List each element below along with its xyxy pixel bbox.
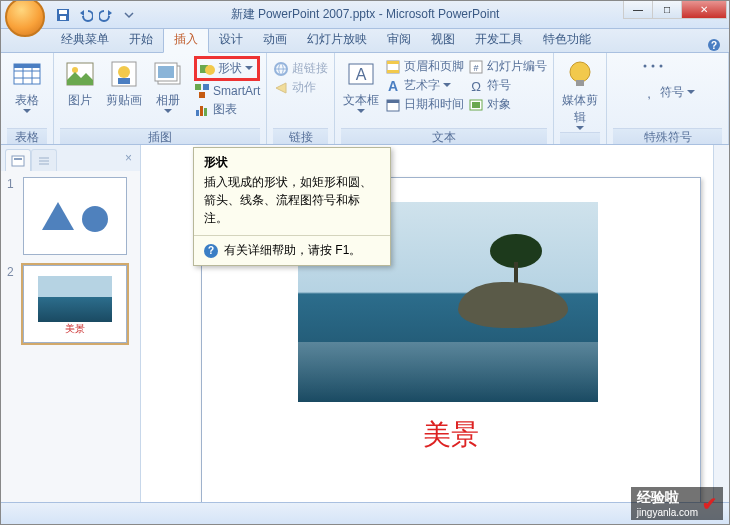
smartart-button[interactable]: SmartArt (194, 83, 260, 99)
vertical-scrollbar[interactable] (713, 145, 729, 504)
svg-text:?: ? (711, 40, 717, 51)
tooltip-footer: ? 有关详细帮助，请按 F1。 (194, 235, 390, 265)
chart-label: 图表 (213, 101, 237, 118)
svg-rect-24 (196, 110, 199, 116)
qat-more-icon[interactable] (121, 7, 137, 23)
group-illustrations: 图片 剪贴画 相册 形状 SmartArt (54, 53, 267, 144)
album-button[interactable]: 相册 (148, 56, 188, 115)
special-symbol-label: 符号 (660, 84, 684, 101)
tab-devtools[interactable]: 开发工具 (465, 27, 533, 52)
clipart-button[interactable]: 剪贴画 (104, 56, 144, 109)
group-links-label: 链接 (273, 128, 328, 144)
undo-icon[interactable] (77, 7, 93, 23)
headerfooter-label: 页眉和页脚 (404, 58, 464, 75)
circle-icon (82, 206, 108, 232)
dots-icon (641, 60, 657, 76)
thumbnail-2-image (38, 276, 112, 322)
thumbnail-2[interactable]: 2 美景 (7, 265, 134, 343)
ribbon: 表格 表格 图片 剪贴画 相册 形状 (1, 53, 729, 145)
tab-home[interactable]: 开始 (119, 27, 163, 52)
object-button[interactable]: 对象 (468, 96, 547, 113)
mediaclip-button[interactable]: 媒体剪辑 (560, 56, 600, 132)
watermark: 经验啦 jingyanla.com ✔ (631, 487, 723, 520)
smartart-icon (194, 83, 210, 99)
svg-text:Ω: Ω (471, 79, 481, 94)
slidenum-button[interactable]: # 幻灯片编号 (468, 58, 547, 75)
save-icon[interactable] (55, 7, 71, 23)
tooltip-help-text: 有关详细帮助，请按 F1。 (224, 242, 361, 259)
clipart-label: 剪贴画 (106, 92, 142, 109)
action-icon (273, 80, 289, 96)
shapes-button[interactable]: 形状 (194, 56, 260, 81)
titlebar: 新建 PowerPoint 2007.pptx - Microsoft Powe… (1, 1, 729, 29)
shapes-icon (199, 61, 215, 77)
thumbnail-1-number: 1 (7, 177, 19, 191)
svg-rect-25 (200, 106, 203, 116)
tab-view[interactable]: 视图 (421, 27, 465, 52)
album-label: 相册 (156, 92, 180, 109)
chart-button[interactable]: 图表 (194, 101, 260, 118)
svg-rect-2 (60, 16, 66, 20)
svg-rect-48 (14, 158, 22, 160)
svg-rect-10 (14, 64, 40, 68)
tab-features[interactable]: 特色功能 (533, 27, 601, 52)
headerfooter-icon (385, 59, 401, 75)
group-text-label: 文本 (341, 128, 547, 144)
action-button[interactable]: 动作 (273, 79, 328, 96)
wordart-icon: A (385, 78, 401, 94)
svg-rect-32 (387, 70, 399, 73)
thumbnails-tab[interactable] (5, 149, 31, 171)
object-icon (468, 97, 484, 113)
shapes-label: 形状 (218, 60, 242, 77)
thumbnail-1-preview (23, 177, 127, 255)
minimize-button[interactable]: — (623, 1, 653, 19)
hyperlink-button[interactable]: 超链接 (273, 60, 328, 77)
svg-point-41 (570, 62, 590, 82)
textbox-icon: A (345, 58, 377, 90)
thumbnail-1[interactable]: 1 (7, 177, 134, 255)
tab-slideshow[interactable]: 幻灯片放映 (297, 27, 377, 52)
group-tables: 表格 表格 (1, 53, 54, 144)
tab-review[interactable]: 审阅 (377, 27, 421, 52)
quick-access-toolbar (55, 7, 137, 23)
office-button[interactable] (5, 0, 45, 37)
slidenum-label: 幻灯片编号 (487, 58, 547, 75)
symbol-button[interactable]: Ω 符号 (468, 77, 547, 94)
wordart-button[interactable]: A 艺术字 (385, 77, 464, 94)
svg-rect-26 (204, 108, 207, 116)
table-button[interactable]: 表格 (7, 56, 47, 115)
svg-point-14 (118, 66, 130, 78)
svg-text:A: A (356, 66, 367, 83)
shapes-tooltip: 形状 插入现成的形状，如矩形和圆、箭头、线条、流程图符号和标注。 ? 有关详细帮… (193, 147, 391, 266)
slide-caption[interactable]: 美景 (202, 416, 700, 454)
outline-tab[interactable] (31, 149, 57, 171)
slide-panel-tabs: × (1, 145, 140, 171)
ribbon-help-icon[interactable]: ? (707, 38, 721, 52)
datetime-label: 日期和时间 (404, 96, 464, 113)
tooltip-body: 插入现成的形状，如矩形和圆、箭头、线条、流程图符号和标注。 (194, 173, 390, 235)
hyperlink-icon (273, 61, 289, 77)
tab-animation[interactable]: 动画 (253, 27, 297, 52)
thumbnail-2-number: 2 (7, 265, 19, 279)
datetime-button[interactable]: 日期和时间 (385, 96, 464, 113)
picture-icon (64, 58, 96, 90)
status-bar (1, 502, 729, 524)
maximize-button[interactable]: □ (652, 1, 682, 19)
special-dots[interactable] (641, 60, 695, 76)
special-symbol-button[interactable]: , 符号 (641, 84, 695, 101)
svg-rect-15 (118, 78, 130, 84)
picture-button[interactable]: 图片 (60, 56, 100, 109)
water-reflection (298, 342, 598, 402)
close-button[interactable]: ✕ (681, 1, 727, 19)
redo-icon[interactable] (99, 7, 115, 23)
panel-close-icon[interactable]: × (121, 149, 136, 171)
tooltip-title: 形状 (194, 148, 390, 173)
tab-design[interactable]: 设计 (209, 27, 253, 52)
svg-text:#: # (474, 63, 479, 73)
group-tables-label: 表格 (7, 128, 47, 144)
svg-rect-1 (59, 10, 67, 14)
headerfooter-button[interactable]: 页眉和页脚 (385, 58, 464, 75)
textbox-button[interactable]: A 文本框 (341, 56, 381, 115)
tab-insert[interactable]: 插入 (163, 26, 209, 53)
tab-classic[interactable]: 经典菜单 (51, 27, 119, 52)
